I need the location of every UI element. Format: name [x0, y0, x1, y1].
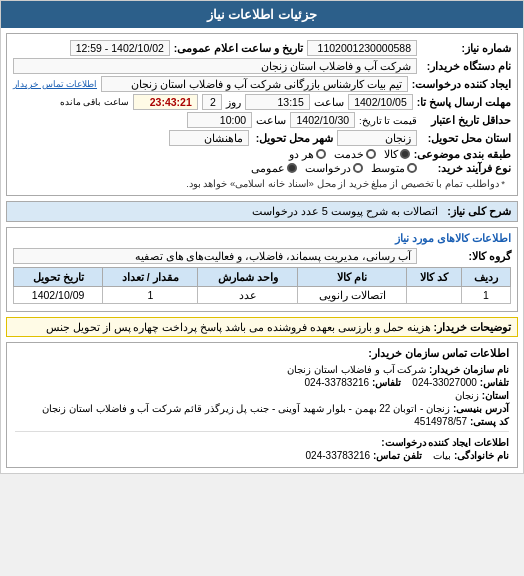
category-hardo-label: هر دو: [289, 148, 314, 160]
category-group: کالا خدمت هر دو: [289, 148, 410, 160]
delivery-value: زنجان: [337, 130, 417, 146]
contact-address-value: زنجان - اتوبان 22 بهمن - بلوار شهید آوین…: [42, 403, 450, 414]
supplier-note-label: توضیحات خریدار:: [434, 321, 511, 333]
contact-province-value: زنجان: [455, 390, 479, 401]
category-hardo-radio[interactable]: [316, 149, 326, 159]
contact-name-row: نام سازمان خریدار: شرکت آب و فاضلاب استا…: [15, 364, 509, 375]
category-khadamat-item[interactable]: خدمت: [334, 148, 376, 160]
contact-tel1-row: تلفاس: 33027000-024 تلفاس: 33783216-024: [15, 377, 509, 388]
type-label: نوع فرآیند خرید:: [421, 162, 511, 174]
type-group: متوسط درخواست عمومی: [251, 162, 417, 174]
date-value: 1402/10/02 - 12:59: [70, 40, 170, 56]
table-cell: 1402/10/09: [14, 287, 103, 304]
contact-postal-label: کد پستی:: [470, 416, 509, 427]
send-row: مهلت ارسال پاسخ تا: 1402/10/05 ساعت 13:1…: [13, 94, 511, 110]
delivery-row: استان محل تحویل: زنجان شهر محل تحویل: ما…: [13, 130, 511, 146]
origin-row: نام دستگاه خریدار: شرکت آب و فاضلاب استا…: [13, 58, 511, 74]
table-row: 1اتصالات رانوییعدد11402/10/09: [14, 287, 511, 304]
contact-creator-row: نام خانوادگی: بیات تلفن تماس: 33783216-0…: [15, 450, 509, 461]
expire-time-label: ساعت: [256, 114, 286, 126]
contact-tel2-value: 33783216-024: [305, 377, 370, 388]
contact-tel1-value: 33027000-024: [412, 377, 477, 388]
contact-postal-value: 4514978/57: [414, 416, 467, 427]
creator-name-value: بیات: [433, 450, 451, 461]
keywords-section: شرح کلی نیاز: اتصالات به شرح پیوست 5 عدد…: [6, 201, 518, 222]
type-dorehgardi-item[interactable]: درخواست: [305, 162, 363, 174]
send-time-label: ساعت: [314, 96, 344, 108]
category-kala-item[interactable]: کالا: [384, 148, 410, 160]
goods-table: ردیف کد کالا نام کالا واحد شمارش مقدار /…: [13, 267, 511, 304]
creator-tel-value: 33783216-024: [306, 450, 371, 461]
send-day-label: روز: [226, 96, 241, 108]
type-dorehgardi-radio[interactable]: [353, 163, 363, 173]
table-header-row: ردیف کد کالا نام کالا واحد شمارش مقدار /…: [14, 268, 511, 287]
contact-tel2-label: تلفاس:: [372, 377, 401, 388]
send-remain: 23:43:21: [133, 94, 198, 110]
col-radif: ردیف: [461, 268, 510, 287]
category-kala-label: کالا: [384, 148, 398, 160]
expire-note: قیمت تا تاریخ:: [359, 115, 417, 126]
category-hardo-item[interactable]: هر دو: [289, 148, 326, 160]
page-header: جزئیات اطلاعات نیاز: [1, 1, 523, 28]
contact-request-label: اطلاعات ایجاد کننده درخواست:: [381, 437, 509, 448]
contact-address-label: آدرس بنیسی:: [453, 403, 509, 414]
expire-time: 10:00: [187, 112, 252, 128]
send-time: 13:15: [245, 94, 310, 110]
contact-section: اطلاعات تماس سازمان خریدار: نام سازمان خ…: [6, 342, 518, 468]
goods-group-value: آب رسانی، مدیریت پسماند، فاضلاب، و فعالی…: [13, 248, 417, 264]
city-label: شهر محل تحویل:: [253, 132, 333, 144]
expire-label: حداقل تاریخ اعتبار: [421, 114, 511, 126]
send-day: 2: [202, 94, 222, 110]
contact-postal-row: کد پستی: 4514978/57: [15, 416, 509, 427]
create-row: ایجاد کننده درخواست: تیم بیات کارشناس با…: [13, 76, 511, 92]
type-motavasset-item[interactable]: متوسط: [371, 162, 417, 174]
date-label: تاریخ و ساعت اعلام عمومی:: [174, 42, 303, 54]
type-omomi-label: عمومی: [251, 162, 285, 174]
goods-title: اطلاعات کالاهای مورد نیاز: [13, 232, 511, 245]
category-label: طبقه بندی موضوعی:: [414, 148, 511, 160]
table-cell: [407, 287, 462, 304]
create-value: تیم بیات کارشناس بازرگانی شرکت آب و فاضل…: [101, 76, 408, 92]
expire-date: 1402/10/30: [290, 112, 355, 128]
col-code: کد کالا: [407, 268, 462, 287]
type-motavasset-label: متوسط: [371, 162, 405, 174]
keywords-value: اتصالات به شرح پیوست 5 عدد درخواست: [252, 205, 438, 217]
goods-group-label: گروه کالا:: [421, 250, 511, 262]
origin-value: شرکت آب و فاضلاب استان زنجان: [13, 58, 417, 74]
type-notice: * دواطلب تمام با تخصیص از مبلغ خرید از م…: [13, 176, 511, 191]
creator-name-label: نام خانوادگی:: [454, 450, 509, 461]
invoice-row: شماره نیاز: 1102001230000588 تاریخ و ساع…: [13, 40, 511, 56]
goods-section: اطلاعات کالاهای مورد نیاز گروه کالا: آب …: [6, 227, 518, 312]
table-cell: 1: [103, 287, 198, 304]
table-cell: اتصالات رانویی: [297, 287, 406, 304]
contact-province-label: استان:: [482, 390, 509, 401]
col-date: تاریخ تحویل: [14, 268, 103, 287]
category-row: طبقه بندی موضوعی: کالا خدمت هر دو: [13, 148, 511, 160]
category-kala-radio[interactable]: [400, 149, 410, 159]
type-omomi-radio[interactable]: [287, 163, 297, 173]
info-link[interactable]: اطلاعات تماس خریدار: [13, 79, 97, 89]
creator-tel-label: تلفن تماس:: [373, 450, 422, 461]
type-motavasset-radio[interactable]: [407, 163, 417, 173]
contact-name-value: شرکت آب و فاضلاب استان زنجان: [287, 364, 426, 375]
type-row: نوع فرآیند خرید: متوسط درخواست عمومی: [13, 162, 511, 174]
contact-address-row: آدرس بنیسی: زنجان - اتوبان 22 بهمن - بلو…: [15, 403, 509, 414]
supplier-note-section: توضیحات خریدار: هزینه حمل و بارزسی بعهده…: [6, 317, 518, 337]
city-value: ماهنشان: [169, 130, 249, 146]
category-khadamat-radio[interactable]: [366, 149, 376, 159]
contact-province-row: استان: زنجان: [15, 390, 509, 401]
col-qty: مقدار / تعداد: [103, 268, 198, 287]
delivery-label: استان محل تحویل:: [421, 132, 511, 144]
send-remain-label: ساعت باقی مانده: [60, 97, 129, 107]
contact-tel1-label: تلفاس:: [480, 377, 509, 388]
expire-row: حداقل تاریخ اعتبار قیمت تا تاریخ: 1402/1…: [13, 112, 511, 128]
page-title: جزئیات اطلاعات نیاز: [207, 7, 317, 22]
type-omomi-item[interactable]: عمومی: [251, 162, 297, 174]
top-info-section: شماره نیاز: 1102001230000588 تاریخ و ساع…: [6, 33, 518, 196]
create-label: ایجاد کننده درخواست:: [412, 78, 511, 90]
col-unit: واحد شمارش: [198, 268, 298, 287]
contact-title: اطلاعات تماس سازمان خریدار:: [15, 347, 509, 360]
origin-label: نام دستگاه خریدار:: [421, 60, 511, 72]
goods-group-row: گروه کالا: آب رسانی، مدیریت پسماند، فاضل…: [13, 248, 511, 264]
invoice-no-label: شماره نیاز:: [421, 42, 511, 54]
